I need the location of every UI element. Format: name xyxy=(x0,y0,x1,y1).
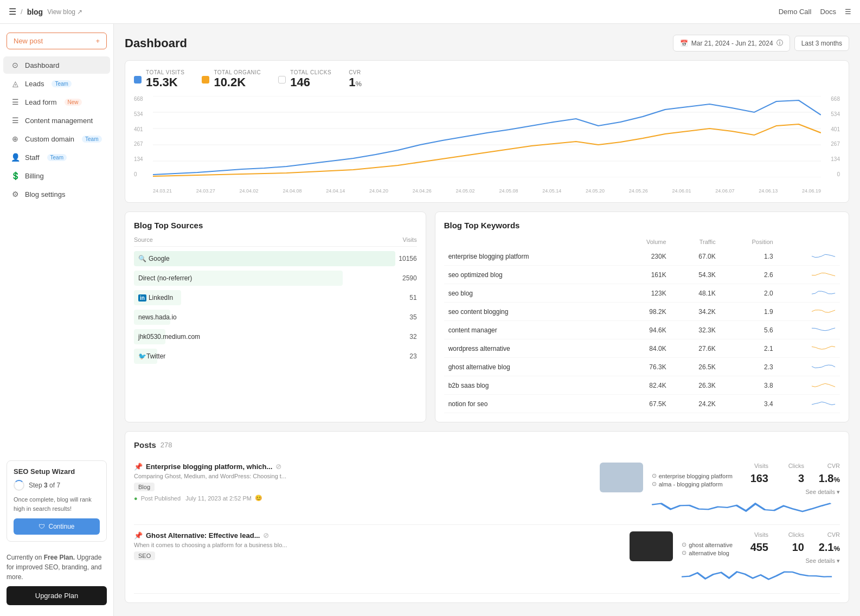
sidebar-item-lead-form[interactable]: ☰ Lead form New xyxy=(3,93,110,111)
linkedin-icon: in xyxy=(138,294,146,301)
topbar-menu-icon[interactable]: ☰ xyxy=(845,8,851,16)
sidebar-item-blog-settings[interactable]: ⚙ Blog settings xyxy=(3,185,110,203)
view-blog-link[interactable]: View blog ↗ xyxy=(47,8,82,16)
seo-wizard-title: SEO Setup Wizard xyxy=(14,467,100,476)
chart-svg xyxy=(153,96,821,177)
kw-trend-chart xyxy=(778,395,840,413)
kw-traffic: 48.1K xyxy=(671,284,720,303)
sidebar-item-label: Custom domain xyxy=(25,135,74,143)
kw-volume: 94.6K xyxy=(615,321,670,339)
post-tag: SEO xyxy=(134,551,155,560)
post-kw-header: Visits Clicks CVR xyxy=(652,463,840,469)
kw-volume: 84.0K xyxy=(615,339,670,358)
period-button[interactable]: Last 3 months xyxy=(794,36,849,51)
google-icon: 🔍 xyxy=(138,255,146,262)
total-organic-value: 10.2K xyxy=(214,75,261,89)
table-row: content manager 94.6K 32.3K 5.6 xyxy=(444,321,840,339)
linkedin-visits: 51 xyxy=(395,294,417,301)
source-row-direct: Direct (no-referrer) 2590 xyxy=(134,271,417,286)
post-keyword-item: ⊙ ghost alternative xyxy=(682,541,733,548)
no-index-icon: ⊘ xyxy=(275,463,281,471)
docs-link[interactable]: Docs xyxy=(820,8,836,16)
continue-button[interactable]: 🛡 Continue xyxy=(14,518,100,535)
table-row: notion for seo 67.5K 24.2K 3.4 xyxy=(444,395,840,413)
source-bar-google: 🔍 Google xyxy=(134,251,395,266)
sidebar-item-label: Billing xyxy=(25,172,44,180)
post-meta: ● Post Published July 11, 2023 at 2:52 P… xyxy=(134,495,591,502)
post-kw-list: ⊙ ghost alternative⊙ alternative blog xyxy=(682,541,733,556)
total-visits-label: TOTAL VISITS xyxy=(146,69,184,75)
dashboard-icon: ⊙ xyxy=(11,61,20,69)
cvr-value: 1% xyxy=(349,75,362,89)
kw-position: 2.6 xyxy=(720,266,778,284)
chart-y-labels-left: 6685344012671340 xyxy=(134,96,150,177)
sidebar-item-leads[interactable]: ◬ Leads Team xyxy=(3,75,110,92)
post-kw-list: ⊙ enterprise blogging platform⊙ alma - b… xyxy=(652,472,733,487)
kw-col-keyword xyxy=(444,236,616,247)
table-row: enterprise blogging platform 230K 67.0K … xyxy=(444,247,840,266)
post-clicks-val: 10 xyxy=(777,541,804,554)
post-info: 📌 Ghost Alternative: Effective lead... ⊘… xyxy=(134,531,621,560)
source-bar-twitter: 🐦 Twitter xyxy=(134,349,157,364)
see-details-link[interactable]: See details ▾ xyxy=(682,557,840,564)
kw-trend-chart xyxy=(778,303,840,321)
staff-icon: 👤 xyxy=(11,153,20,162)
posts-list: 📌 Enterprise blogging platform, which...… xyxy=(134,456,840,594)
topbar-left: ☰ / blog View blog ↗ xyxy=(9,7,774,17)
total-organic-checkbox[interactable] xyxy=(202,76,209,84)
post-kw-col-cvr: CVR xyxy=(813,463,840,469)
sidebar-item-label: Content management xyxy=(25,117,93,125)
kw-volume: 67.5K xyxy=(615,395,670,413)
sidebar-item-staff[interactable]: 👤 Staff Team xyxy=(3,149,110,166)
seo-wizard-card: SEO Setup Wizard Step 3 of 7 Once comple… xyxy=(7,460,107,542)
chart-y-labels-right: 6685344012671340 xyxy=(824,96,840,177)
kw-volume: 76.3K xyxy=(615,358,670,376)
kw-volume: 123K xyxy=(615,284,670,303)
date-range-button[interactable]: 📅 Mar 21, 2024 - Jun 21, 2024 ⓘ xyxy=(673,35,790,52)
menu-icon[interactable]: ☰ xyxy=(9,7,16,17)
billing-icon: 💲 xyxy=(11,171,20,180)
sidebar-item-custom-domain[interactable]: ⊕ Custom domain Team xyxy=(3,130,110,147)
sidebar-item-dashboard[interactable]: ⊙ Dashboard xyxy=(3,56,110,74)
total-visits-value: 15.3K xyxy=(146,75,184,89)
post-clicks-val: 3 xyxy=(777,472,804,485)
post-cvr-val: 1.8% xyxy=(813,472,840,485)
date-range: 📅 Mar 21, 2024 - Jun 21, 2024 ⓘ Last 3 m… xyxy=(673,35,849,52)
sidebar-item-content-management[interactable]: ☰ Content management xyxy=(3,112,110,129)
kw-trend-chart xyxy=(778,284,840,303)
post-row: 📌 Ghost Alternative: Effective lead... ⊘… xyxy=(134,525,840,594)
direct-visits: 2590 xyxy=(395,274,417,282)
kw-trend-chart xyxy=(778,266,840,284)
leads-icon: ◬ xyxy=(11,79,20,88)
post-kw-col-visits: Visits xyxy=(741,531,768,538)
bottom-panels: Blog Top Sources Source Visits 🔍 Google … xyxy=(125,211,849,422)
demo-call-link[interactable]: Demo Call xyxy=(779,8,812,16)
sidebar-item-billing[interactable]: 💲 Billing xyxy=(3,167,110,184)
total-visits-checkbox[interactable] xyxy=(134,76,142,84)
content-mgmt-icon: ☰ xyxy=(11,116,20,125)
kw-keyword: wordpress alternative xyxy=(444,339,616,358)
new-post-button[interactable]: New post + xyxy=(7,33,107,49)
custom-domain-icon: ⊕ xyxy=(11,134,20,143)
total-clicks-checkbox[interactable] xyxy=(278,76,286,84)
step-spinner-icon xyxy=(14,480,24,491)
kw-keyword: content manager xyxy=(444,321,616,339)
staff-badge: Team xyxy=(47,154,67,161)
post-thumbnail xyxy=(600,463,643,492)
post-kw-col-clicks: Clicks xyxy=(777,463,804,469)
post-keyword-item: ⊙ enterprise blogging platform xyxy=(652,472,733,479)
post-visits-val: 455 xyxy=(741,541,768,554)
kw-volume: 230K xyxy=(615,247,670,266)
kw-position: 3.4 xyxy=(720,395,778,413)
google-visits: 10156 xyxy=(395,255,417,262)
total-organic-label: TOTAL ORGANIC xyxy=(214,69,261,75)
kw-volume: 98.2K xyxy=(615,303,670,321)
info-icon: ⓘ xyxy=(776,39,783,48)
kw-trend-chart xyxy=(778,247,840,266)
see-details-link[interactable]: See details ▾ xyxy=(652,489,840,496)
post-tag: Blog xyxy=(134,483,155,491)
source-bar-direct: Direct (no-referrer) xyxy=(134,271,343,286)
sidebar-item-label: Lead form xyxy=(25,98,57,106)
upgrade-plan-button[interactable]: Upgrade Plan xyxy=(7,586,107,605)
medium-visits: 32 xyxy=(395,333,417,341)
